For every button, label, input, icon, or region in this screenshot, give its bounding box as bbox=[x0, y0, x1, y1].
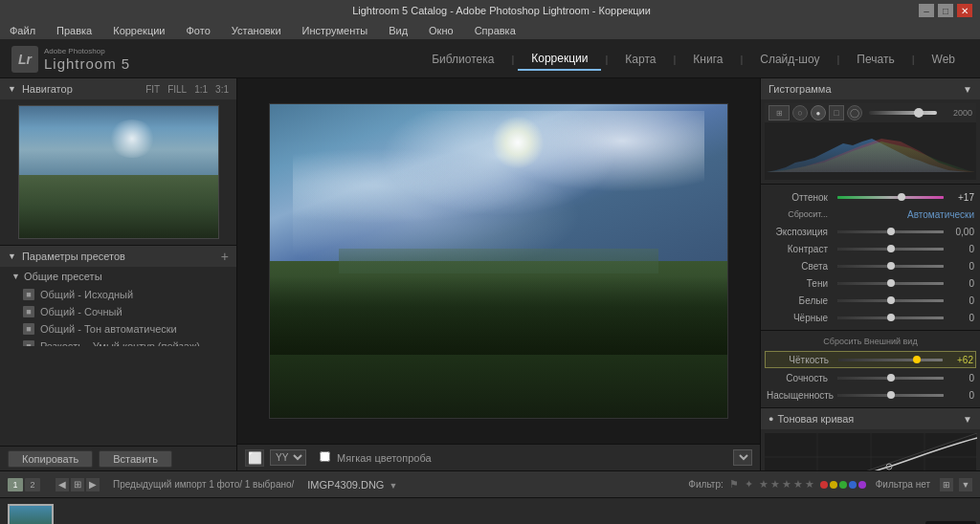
tone-icon-4[interactable]: □ bbox=[829, 105, 844, 120]
clarity-label: Чёткость bbox=[768, 355, 835, 365]
highlights-slider[interactable] bbox=[837, 265, 944, 268]
left-panel-buttons: Копировать Вставить bbox=[0, 446, 236, 470]
preset-item-sharpness[interactable]: ■ Резкость - Умый контур (пейзаж) bbox=[0, 338, 236, 346]
tone-icon-3[interactable]: ● bbox=[811, 105, 826, 120]
film-grid-icon[interactable]: ⊞ bbox=[71, 478, 84, 491]
menu-corrections[interactable]: Коррекции bbox=[109, 25, 168, 36]
preset-item-auto-tone[interactable]: ■ Общий - Тон автоматически bbox=[0, 320, 236, 338]
tab-web[interactable]: Web bbox=[919, 49, 969, 70]
end-select[interactable]: ▼ bbox=[733, 449, 752, 466]
menu-help[interactable]: Справка bbox=[471, 25, 520, 36]
film-filename[interactable]: IMGP4309.DNG ▼ bbox=[307, 479, 397, 491]
tab-print[interactable]: Печать bbox=[843, 49, 907, 70]
menu-window[interactable]: Окно bbox=[425, 25, 457, 36]
menu-edit[interactable]: Правка bbox=[53, 25, 96, 36]
exposure-slider[interactable] bbox=[837, 230, 944, 233]
menu-file[interactable]: Файл bbox=[6, 25, 39, 36]
tone-slider-main[interactable] bbox=[869, 111, 937, 115]
tone-icon-5[interactable]: ◯ bbox=[847, 105, 862, 120]
tone-curve-header[interactable]: ● Тоновая кривая ▼ bbox=[761, 408, 980, 429]
navigator-triangle: ▼ bbox=[8, 84, 16, 94]
film-filename-text: IMGP4309.DNG bbox=[307, 479, 384, 491]
auto-button[interactable]: Автоматически bbox=[907, 209, 974, 220]
menu-tools[interactable]: Инструменты bbox=[299, 25, 372, 36]
reset-appearance-row: Сбросить Внешний вид bbox=[761, 333, 980, 350]
film-prev-arrow[interactable]: ◀ bbox=[56, 478, 69, 491]
color-dot-yellow[interactable] bbox=[830, 481, 837, 489]
reset-appearance-button[interactable]: Сбросить Внешний вид bbox=[767, 337, 974, 346]
page-1[interactable]: 1 bbox=[8, 478, 23, 491]
preset-label-1: Общий - Исходный bbox=[40, 289, 133, 300]
tab-book[interactable]: Книга bbox=[679, 49, 736, 70]
saturation-slider[interactable] bbox=[837, 394, 944, 397]
zoom-fill[interactable]: FILL bbox=[167, 84, 187, 95]
tint-slider[interactable] bbox=[837, 196, 944, 199]
zoom-1to1[interactable]: 1:1 bbox=[194, 84, 208, 95]
filter-flag-icon[interactable]: ⚑ bbox=[729, 478, 739, 491]
tab-develop[interactable]: Коррекции bbox=[518, 48, 601, 71]
filmstrip-end-icon[interactable]: ⊞ bbox=[940, 478, 953, 491]
filter-star-icon[interactable]: ✦ bbox=[745, 478, 753, 491]
tab-library[interactable]: Библиотека bbox=[418, 49, 507, 70]
preset-item-original[interactable]: ■ Общий - Исходный bbox=[0, 286, 236, 303]
maximize-button[interactable]: □ bbox=[938, 4, 953, 17]
add-preset-button[interactable]: + bbox=[221, 249, 229, 264]
view-mode-select[interactable]: YY bbox=[270, 449, 306, 466]
blacks-slider[interactable] bbox=[837, 317, 944, 319]
star-1[interactable]: ★ bbox=[759, 478, 768, 491]
frame-button[interactable]: ⬜ bbox=[245, 449, 264, 467]
film-next-arrow[interactable]: ▶ bbox=[86, 478, 100, 491]
right-panel: Гистограмма ▼ ⊞ ○ ● □ ◯ 2000 bbox=[760, 78, 980, 470]
star-5[interactable]: ★ bbox=[805, 478, 814, 491]
paste-button[interactable]: Вставить bbox=[99, 450, 172, 468]
menu-view[interactable]: Вид bbox=[385, 25, 412, 36]
preset-label-2: Общий - Сочный bbox=[40, 306, 122, 317]
histogram-display: ⊞ ○ ● □ ◯ 2000 bbox=[765, 103, 976, 180]
top-navigation: Lr Adobe Photoshop Lightroom 5 Библиотек… bbox=[0, 40, 980, 78]
tab-map[interactable]: Карта bbox=[612, 49, 669, 70]
color-dot-red[interactable] bbox=[820, 481, 828, 489]
film-thumbnail-1[interactable] bbox=[8, 504, 54, 525]
menu-settings[interactable]: Установки bbox=[228, 25, 285, 36]
zoom-fit[interactable]: FIT bbox=[145, 84, 160, 95]
whites-slider[interactable] bbox=[837, 299, 944, 302]
lightroom-icon: Lr bbox=[11, 46, 38, 73]
curve-svg bbox=[765, 433, 977, 470]
tone-icon-1[interactable]: ⊞ bbox=[768, 105, 790, 120]
shadows-slider[interactable] bbox=[837, 282, 944, 285]
tab-slideshow[interactable]: Слайд-шоу bbox=[746, 49, 833, 70]
menu-photo[interactable]: Фото bbox=[183, 25, 214, 36]
tint-row: Оттенок +17 bbox=[761, 188, 980, 206]
preset-icon-3: ■ bbox=[23, 323, 34, 335]
preset-group-triangle: ▼ bbox=[11, 272, 20, 281]
film-info-text: Предыдущий импорт 1 фото/ 1 выбрано/ bbox=[113, 479, 294, 490]
clarity-row: Чёткость +62 bbox=[765, 351, 976, 368]
presets-header[interactable]: ▼ Параметры пресетов + bbox=[0, 246, 236, 267]
reset-label[interactable]: Сбросит... bbox=[767, 209, 834, 219]
tone-icon-2[interactable]: ○ bbox=[792, 105, 808, 120]
page-2[interactable]: 2 bbox=[25, 478, 40, 491]
star-3[interactable]: ★ bbox=[782, 478, 791, 491]
contrast-slider[interactable] bbox=[837, 248, 944, 251]
color-dot-blue[interactable] bbox=[849, 481, 857, 489]
exposure-label: Экспозиция bbox=[767, 227, 834, 237]
film-dropdown-arrow[interactable]: ▼ bbox=[389, 481, 397, 491]
preset-item-juicy[interactable]: ■ Общий - Сочный bbox=[0, 303, 236, 320]
minimize-button[interactable]: – bbox=[919, 4, 934, 17]
softproof-checkbox[interactable] bbox=[320, 451, 330, 462]
star-2[interactable]: ★ bbox=[770, 478, 780, 491]
preset-group-header[interactable]: ▼ Общие пресеты bbox=[0, 267, 236, 286]
clarity-slider[interactable] bbox=[838, 359, 943, 361]
close-button[interactable]: ✕ bbox=[957, 4, 972, 17]
vibrance-slider[interactable] bbox=[837, 377, 944, 380]
zoom-3to1[interactable]: 3:1 bbox=[215, 84, 229, 95]
navigator-preview bbox=[18, 105, 219, 239]
copy-button[interactable]: Копировать bbox=[8, 450, 93, 468]
whites-label: Белые bbox=[767, 295, 834, 306]
navigator-header[interactable]: ▼ Навигатор FIT FILL 1:1 3:1 bbox=[0, 78, 236, 99]
color-dot-green[interactable] bbox=[839, 481, 847, 489]
star-4[interactable]: ★ bbox=[793, 478, 803, 491]
filmstrip-settings-icon[interactable]: ▼ bbox=[959, 478, 972, 491]
histogram-header[interactable]: Гистограмма ▼ bbox=[761, 78, 980, 99]
color-dot-purple[interactable] bbox=[858, 481, 866, 489]
